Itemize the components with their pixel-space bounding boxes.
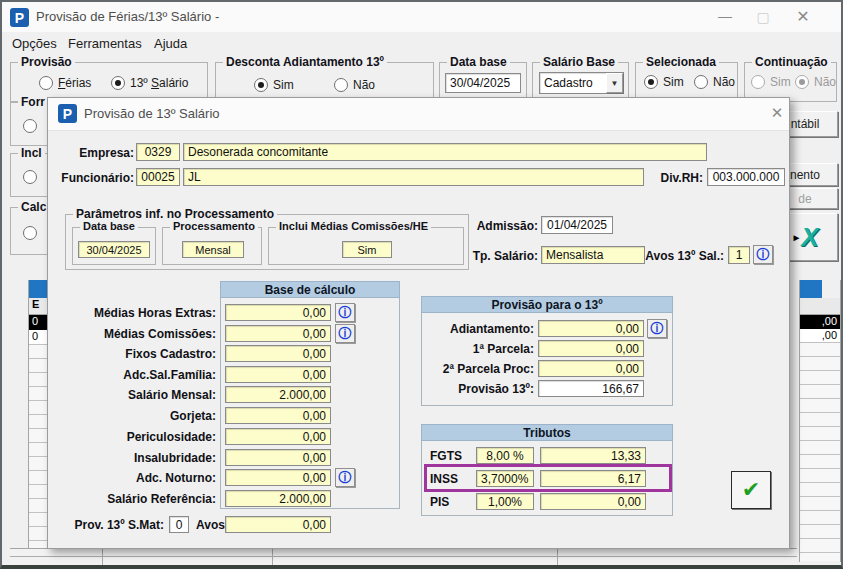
tributo-name: PIS: [430, 495, 474, 509]
empresa-code-field[interactable]: 0329: [136, 143, 180, 161]
group-selecionada-title: Selecionada: [643, 55, 719, 69]
bg-radio: [23, 119, 37, 133]
radio-continuacao-sim-dot: [751, 75, 765, 89]
dialog-logo-icon: P: [58, 104, 77, 123]
group-provisao-title: Provisão: [18, 55, 75, 69]
group-param-data-base: Data base 30/04/2025: [72, 227, 156, 265]
window-title: Provisão de Férias/13º Salário -: [36, 9, 219, 24]
param-inclui-title: Inclui Médias Comissões/HE: [276, 220, 431, 232]
admissao-label: Admissão:: [476, 219, 538, 233]
base-row-label: Periculosidade:: [68, 430, 216, 444]
funcionario-label: Funcionário:: [58, 171, 134, 185]
base-row-field[interactable]: 0,00: [225, 449, 331, 466]
base-calculo-header: Base de cálculo: [220, 281, 400, 298]
radio-selecionada-sim-label: Sim: [663, 75, 684, 89]
bg-grid-left-col-header: E: [29, 298, 48, 315]
base-row-field[interactable]: 0,00: [225, 428, 331, 445]
base-row-field[interactable]: 2.000,00: [225, 490, 331, 507]
radio-desconta-nao[interactable]: Não: [334, 78, 375, 92]
radio-ferias[interactable]: Férias: [39, 76, 91, 90]
base-row-field[interactable]: 0,00: [225, 345, 331, 362]
radio-selecionada-sim-dot: [644, 75, 658, 89]
base-row-field[interactable]: 2.000,00: [225, 386, 331, 403]
confirm-button[interactable]: ✔: [731, 471, 771, 509]
group-desconta-title: Desconta Adiantamento 13º: [223, 55, 387, 69]
avos-13-label: Avos 13º Sal.:: [640, 249, 724, 263]
menu-ferramentas[interactable]: Ferramentas: [68, 36, 142, 51]
base-row-label: Médias Horas Extras:: [68, 306, 216, 320]
dialog-close-icon[interactable]: ✕: [766, 104, 788, 122]
funcionario-code-field[interactable]: 00025: [136, 168, 180, 186]
prov-smat-field[interactable]: 0: [169, 516, 189, 533]
tributo-value-field[interactable]: 13,33: [540, 447, 646, 464]
base-row-label: Insalubridade:: [68, 451, 216, 465]
prov13-row-label: Adiantamento:: [426, 322, 534, 336]
radio-continuacao-nao: Não: [795, 75, 836, 89]
group-salario-base-title: Salário Base: [540, 55, 618, 69]
empresa-name-field[interactable]: Desonerada concomitante: [183, 143, 707, 161]
param-inclui-field[interactable]: Sim: [342, 241, 392, 258]
radio-13-salario[interactable]: 13º Salário: [111, 76, 188, 90]
prov13-row-field[interactable]: 0,00: [538, 340, 644, 357]
prov13-row-field[interactable]: 0,00: [538, 320, 644, 337]
excel-arrow-icon: ►: [791, 232, 801, 243]
radio-selecionada-nao[interactable]: Não: [694, 75, 735, 89]
tributo-name: FGTS: [430, 449, 474, 463]
base-row-field[interactable]: 0,00: [225, 366, 331, 383]
minimize-button-icon[interactable]: —: [712, 8, 738, 24]
base-row-info-button[interactable]: ⓘ: [335, 468, 355, 487]
menu-opcoes[interactable]: Opções: [12, 36, 57, 51]
tributo-pct-field[interactable]: 8,00 %: [476, 447, 534, 464]
radio-selecionada-nao-dot: [694, 75, 708, 89]
prov13-total-field[interactable]: 166,67: [538, 380, 644, 397]
close-button-icon[interactable]: ✕: [788, 7, 818, 26]
main-title-bar: P Provisão de Férias/13º Salário - — ▢ ✕: [2, 2, 841, 32]
bg-grid-col-divider: [272, 549, 273, 565]
bg-grid-right-row[interactable]: ,00: [800, 329, 840, 343]
bg-grid-right-row-selected[interactable]: ,00: [800, 315, 840, 329]
group-desconta: Desconta Adiantamento 13º Sim Não: [215, 62, 434, 102]
base-row-label: Médias Comissões:: [68, 327, 216, 341]
base-row-field[interactable]: 0,00: [225, 407, 331, 424]
dialog-title-bar: P Provisão de 13º Salário ✕: [48, 98, 789, 131]
avos-value-field[interactable]: 0,00: [225, 516, 331, 533]
base-row-info-button[interactable]: ⓘ: [335, 324, 355, 343]
bg-grid-bottom: [10, 548, 797, 565]
bg-grid-left-row-selected[interactable]: 0: [29, 315, 48, 330]
chevron-down-icon[interactable]: ▼: [606, 73, 623, 93]
radio-13-salario-label: 13º Salário: [130, 76, 188, 90]
provisao-13-header: Provisão para o 13º: [421, 296, 673, 313]
base-row-field[interactable]: 0,00: [225, 469, 331, 486]
divrh-label: Div.RH:: [648, 171, 703, 185]
tributo-pct-field[interactable]: 1,00%: [476, 493, 534, 510]
radio-desconta-sim-dot: [254, 78, 268, 92]
base-row-field[interactable]: 0,00: [225, 304, 331, 321]
prov13-row-field[interactable]: 0,00: [538, 360, 644, 377]
divrh-field[interactable]: 003.000.000: [707, 168, 785, 186]
menu-ajuda[interactable]: Ajuda: [154, 36, 187, 51]
tp-salario-label: Tp. Salário:: [472, 249, 538, 263]
avos-13-field[interactable]: 1: [728, 246, 750, 264]
base-row-info-button[interactable]: ⓘ: [335, 303, 355, 322]
radio-desconta-sim[interactable]: Sim: [254, 78, 294, 92]
data-base-input[interactable]: 30/04/2025: [445, 73, 521, 93]
admissao-field[interactable]: 01/04/2025: [541, 216, 613, 234]
tp-salario-field[interactable]: Mensalista: [541, 246, 645, 264]
param-processamento-field[interactable]: Mensal: [182, 241, 244, 258]
group-data-base: Data base 30/04/2025: [439, 62, 527, 102]
prov13-row-label: Provisão 13º:: [426, 382, 534, 396]
prov13-info-button[interactable]: ⓘ: [647, 319, 667, 338]
radio-continuacao-nao-dot: [795, 75, 809, 89]
radio-selecionada-sim[interactable]: Sim: [644, 75, 684, 89]
inss-highlight-box: [424, 464, 672, 492]
base-row-field[interactable]: 0,00: [225, 325, 331, 342]
bg-grid-col-divider: [557, 549, 558, 565]
radio-continuacao-sim: Sim: [751, 75, 791, 89]
funcionario-name-field[interactable]: JL: [183, 168, 644, 186]
bg-grid-left-row[interactable]: 0: [29, 330, 48, 345]
radio-desconta-nao-label: Não: [353, 78, 375, 92]
radio-desconta-nao-dot: [334, 78, 348, 92]
param-data-base-field[interactable]: 30/04/2025: [78, 241, 150, 258]
tributo-value-field[interactable]: 0,00: [540, 493, 646, 510]
avos-13-info-button[interactable]: ⓘ: [753, 245, 773, 264]
